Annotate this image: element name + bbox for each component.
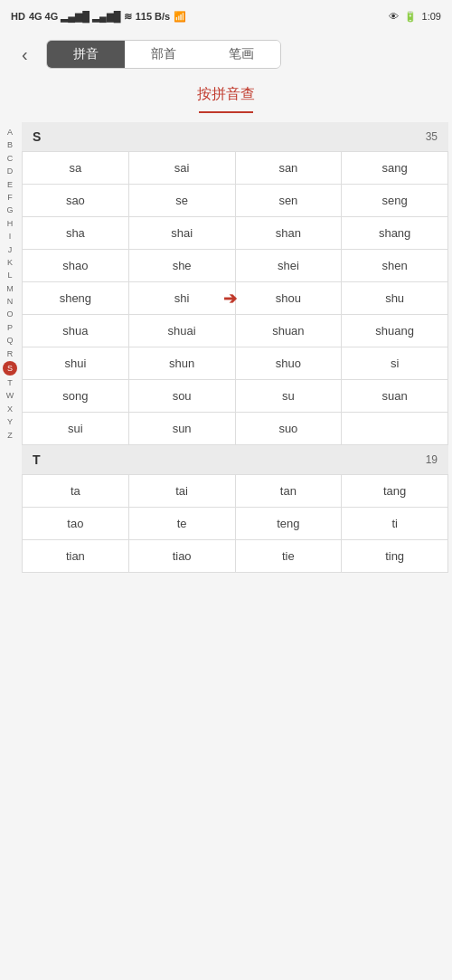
alpha-X[interactable]: X: [0, 403, 20, 415]
pinyin-cell-shi[interactable]: shi ➔: [129, 282, 236, 315]
pinyin-cell-seng[interactable]: seng: [342, 185, 448, 217]
alpha-F[interactable]: F: [0, 191, 20, 204]
status-right: 👁 🔋 1:09: [389, 11, 441, 23]
alpha-L[interactable]: L: [0, 269, 20, 281]
pinyin-cell-ti[interactable]: ti: [342, 508, 448, 540]
alpha-P[interactable]: P: [0, 321, 20, 334]
pinyin-cell-shen[interactable]: shen: [342, 250, 448, 282]
pinyin-cell-sang[interactable]: sang: [342, 152, 448, 185]
pinyin-cell-su[interactable]: su: [236, 380, 343, 413]
alpha-J[interactable]: J: [0, 243, 20, 256]
tab-pinyin[interactable]: 拼音: [47, 41, 125, 68]
pinyin-cell-si[interactable]: si: [342, 347, 448, 380]
alpha-H[interactable]: H: [0, 217, 20, 230]
pinyin-cell-shun[interactable]: shun: [129, 347, 236, 380]
pinyin-cell-tiao[interactable]: tiao: [129, 540, 236, 573]
pinyin-cell-shan[interactable]: shan: [236, 217, 343, 250]
pinyin-cell-sao[interactable]: sao: [23, 185, 129, 217]
alpha-S[interactable]: S: [3, 361, 17, 376]
pinyin-cell-shei[interactable]: shei: [236, 250, 343, 282]
alpha-I[interactable]: I: [0, 230, 20, 243]
alpha-T[interactable]: T: [0, 376, 20, 389]
pinyin-cell-ting[interactable]: ting: [342, 540, 448, 573]
alpha-D[interactable]: D: [0, 165, 20, 177]
back-button[interactable]: ‹: [14, 41, 35, 69]
pinyin-cell-tang[interactable]: tang: [342, 475, 448, 508]
status-left: HD 4G 4G ▂▄▆█ ▂▄▆█ ≋ 115 B/s 📶: [11, 11, 186, 23]
section-count-S: 35: [426, 130, 438, 143]
tab-bihua[interactable]: 笔画: [202, 41, 280, 68]
pinyin-cell-tie[interactable]: tie: [236, 540, 343, 573]
pinyin-cell-shuai[interactable]: shuai: [129, 315, 236, 347]
pinyin-cell-suo[interactable]: suo: [236, 413, 343, 445]
pinyin-cell-empty-s: [342, 413, 448, 445]
pinyin-cell-shuan[interactable]: shuan: [236, 315, 343, 347]
nav-bar: ‹ 拼音 部首 笔画: [0, 33, 452, 76]
pinyin-cell-shua[interactable]: shua: [23, 315, 129, 347]
alpha-K[interactable]: K: [0, 256, 20, 269]
pinyin-cell-se[interactable]: se: [129, 185, 236, 217]
section-header-T: T 19: [22, 445, 448, 474]
pinyin-cell-sen[interactable]: sen: [236, 185, 343, 217]
pinyin-grid-S: sa sai san sang sao se sen seng sha shai…: [22, 151, 448, 445]
pinyin-cell-tao[interactable]: tao: [23, 508, 129, 540]
signal-icons: 4G 4G ▂▄▆█ ▂▄▆█ ≋: [29, 11, 132, 23]
page-title: 按拼音查: [0, 76, 452, 108]
alpha-Y[interactable]: Y: [0, 415, 20, 428]
pinyin-cell-ta[interactable]: ta: [23, 475, 129, 508]
time-display: 1:09: [422, 11, 441, 22]
alpha-O[interactable]: O: [0, 308, 20, 320]
eye-icon: 👁: [389, 11, 399, 22]
network-speed: 115 B/s: [136, 11, 171, 22]
section-count-T: 19: [426, 453, 438, 466]
alpha-Z[interactable]: Z: [0, 429, 20, 442]
alpha-N[interactable]: N: [0, 295, 20, 308]
battery-icon: 🔋: [404, 11, 417, 23]
tab-bushou[interactable]: 部首: [125, 41, 202, 68]
pinyin-cell-shou[interactable]: shou: [236, 282, 343, 315]
pinyin-cell-te[interactable]: te: [129, 508, 236, 540]
pinyin-cell-she[interactable]: she: [129, 250, 236, 282]
pinyin-cell-sha[interactable]: sha: [23, 217, 129, 250]
table-container: S 35 sa sai san sang sao se sen seng sha…: [22, 122, 448, 573]
content-area: A B C D E F G H I J K L M N O P Q R S T …: [0, 122, 452, 573]
alpha-C[interactable]: C: [0, 152, 20, 165]
pinyin-cell-sheng[interactable]: sheng: [23, 282, 129, 315]
hd-badge: HD: [11, 11, 25, 22]
pinyin-cell-sun[interactable]: sun: [129, 413, 236, 445]
pinyin-cell-teng[interactable]: teng: [236, 508, 343, 540]
wifi-icon: 📶: [174, 11, 186, 23]
alpha-A[interactable]: A: [0, 126, 20, 138]
pinyin-cell-sa[interactable]: sa: [23, 152, 129, 185]
pinyin-cell-tian[interactable]: tian: [23, 540, 129, 573]
pinyin-cell-shuo[interactable]: shuo: [236, 347, 343, 380]
tab-group: 拼音 部首 笔画: [46, 40, 281, 69]
pinyin-cell-sui[interactable]: sui: [23, 413, 129, 445]
pinyin-cell-shang[interactable]: shang: [342, 217, 448, 250]
alpha-W[interactable]: W: [0, 389, 20, 402]
pinyin-cell-sou[interactable]: sou: [129, 380, 236, 413]
pinyin-cell-sai[interactable]: sai: [129, 152, 236, 185]
section-letter-S: S: [33, 129, 41, 144]
pinyin-cell-shuang[interactable]: shuang: [342, 315, 448, 347]
pinyin-cell-suan[interactable]: suan: [342, 380, 448, 413]
alpha-R[interactable]: R: [0, 347, 20, 360]
alpha-B[interactable]: B: [0, 138, 20, 151]
pinyin-cell-tai[interactable]: tai: [129, 475, 236, 508]
pinyin-cell-shai[interactable]: shai: [129, 217, 236, 250]
pinyin-grid-T: ta tai tan tang tao te teng ti tian tiao…: [22, 474, 448, 573]
alpha-M[interactable]: M: [0, 282, 20, 295]
alpha-G[interactable]: G: [0, 204, 20, 216]
pinyin-cell-tan[interactable]: tan: [236, 475, 343, 508]
pinyin-cell-shui[interactable]: shui: [23, 347, 129, 380]
alphabet-sidebar: A B C D E F G H I J K L M N O P Q R S T …: [0, 122, 20, 573]
alpha-Q[interactable]: Q: [0, 334, 20, 347]
title-underline: [199, 111, 253, 113]
pinyin-cell-shu[interactable]: shu: [342, 282, 448, 315]
section-header-S: S 35: [22, 122, 448, 151]
pinyin-cell-san[interactable]: san: [236, 152, 343, 185]
alpha-E[interactable]: E: [0, 178, 20, 191]
pinyin-cell-shao[interactable]: shao: [23, 250, 129, 282]
pinyin-cell-song[interactable]: song: [23, 380, 129, 413]
section-letter-T: T: [33, 452, 41, 467]
